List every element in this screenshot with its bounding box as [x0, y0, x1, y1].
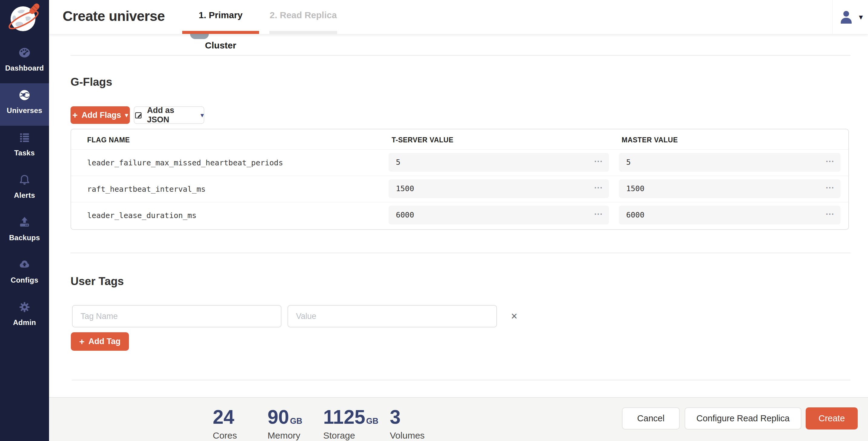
stat-unit: GB [290, 417, 302, 426]
globe-icon [18, 88, 31, 102]
edit-icon [134, 111, 143, 120]
page-title: Create universe [63, 0, 165, 34]
tab-read-replica[interactable]: 2. Read Replica [269, 0, 337, 34]
gflags-table: FLAG NAME T-SERVER VALUE MASTER VALUE le… [70, 129, 849, 230]
master-value-field[interactable]: 6000 ... [619, 206, 840, 225]
tserver-value: 1500 [396, 184, 414, 193]
more-options-icon[interactable]: ... [826, 155, 834, 164]
stat-value: 3 [390, 408, 401, 426]
more-options-icon[interactable]: ... [826, 207, 834, 217]
section-divider [70, 253, 850, 253]
chevron-down-icon: ▾ [859, 13, 863, 21]
tserver-value: 5 [396, 158, 400, 167]
sidebar-item-backups[interactable]: Backups [0, 210, 49, 253]
chevron-down-icon: ▾ [125, 112, 128, 118]
row-divider [71, 202, 848, 202]
stat-unit: GB [366, 417, 379, 426]
user-menu[interactable]: ▾ [838, 8, 865, 26]
sidebar-item-tasks[interactable]: Tasks [0, 126, 49, 168]
sidebar-item-label: Tasks [0, 149, 49, 157]
tag-value-input[interactable] [287, 305, 497, 327]
sidebar-item-label: Configs [0, 276, 49, 285]
create-button[interactable]: Create [806, 407, 858, 430]
stat-storage: 1125GB Storage [323, 408, 378, 441]
sidebar-item-dashboard[interactable]: Dashboard [0, 41, 49, 83]
flag-name: raft_heartbeat_interval_ms [87, 185, 206, 194]
task-list-icon [18, 130, 31, 145]
sidebar-item-label: Dashboard [0, 64, 49, 72]
stat-label: Volumes [390, 431, 425, 441]
section-divider [72, 380, 850, 380]
row-divider [71, 149, 848, 150]
stat-value: 90 [268, 408, 289, 426]
tab-label: 1. Primary Cluster [198, 10, 242, 50]
sidebar-item-universes[interactable]: Universes [0, 83, 49, 126]
sidebar-nav: Dashboard Universes [0, 41, 49, 338]
configure-read-replica-button[interactable]: Configure Read Replica [685, 407, 801, 430]
sidebar-item-alerts[interactable]: Alerts [0, 168, 49, 210]
plus-icon: + [72, 111, 78, 120]
more-options-icon[interactable]: ... [594, 207, 603, 217]
footer-bar: 24 Cores 90GB Memory 1125GB Storage 3 Vo… [49, 397, 868, 441]
stat-value: 1125 [323, 408, 365, 426]
upload-tray-icon [18, 215, 31, 229]
stat-label: Storage [323, 431, 378, 441]
flag-name: leader_lease_duration_ms [87, 211, 196, 220]
stat-cores: 24 Cores [213, 408, 237, 441]
header: Create universe 1. Primary Cluster 2. Re… [49, 0, 868, 34]
add-as-json-button[interactable]: Add as JSON ▾ [134, 106, 204, 124]
plus-icon: + [79, 337, 85, 346]
flag-name: leader_failure_max_missed_heartbeat_peri… [87, 158, 283, 167]
create-universe-page: Dashboard Universes [0, 0, 868, 441]
sidebar-item-label: Backups [0, 234, 49, 242]
header-divider [832, 0, 833, 34]
cancel-button[interactable]: Cancel [622, 407, 680, 430]
sidebar-item-configs[interactable]: Configs [0, 253, 49, 295]
column-header-tserver-value: T-SERVER VALUE [392, 136, 453, 144]
tag-name-input[interactable] [72, 305, 281, 327]
add-tag-label: Add Tag [88, 337, 120, 346]
inactive-tab-underline [269, 31, 337, 34]
sidebar-item-label: Universes [0, 106, 49, 115]
more-options-icon[interactable]: ... [826, 181, 834, 190]
cloud-upload-icon [18, 258, 31, 272]
add-flags-button[interactable]: + Add Flags ▾ [70, 106, 130, 124]
yugabyte-logo[interactable] [4, 1, 45, 34]
tserver-value-field[interactable]: 1500 ... [389, 179, 609, 198]
sidebar-item-label: Admin [0, 318, 49, 327]
add-as-json-label: Add as JSON [147, 106, 197, 124]
active-tab-underline [182, 31, 259, 34]
master-value-field[interactable]: 5 ... [619, 153, 840, 172]
stat-label: Memory [268, 431, 302, 441]
master-value-field[interactable]: 1500 ... [619, 179, 840, 198]
tserver-value-field[interactable]: 5 ... [389, 153, 609, 172]
dashboard-gauge-icon [18, 46, 31, 60]
more-options-icon[interactable]: ... [594, 181, 603, 190]
tab-primary-cluster[interactable]: 1. Primary Cluster [182, 0, 259, 34]
master-value: 1500 [626, 184, 644, 193]
chevron-down-icon: ▾ [200, 112, 204, 118]
stat-label: Cores [213, 431, 237, 441]
gear-icon [18, 300, 31, 314]
more-options-icon[interactable]: ... [594, 155, 603, 164]
stat-memory: 90GB Memory [268, 408, 302, 441]
master-value: 5 [626, 158, 631, 167]
master-value: 6000 [626, 210, 644, 219]
column-header-master-value: MASTER VALUE [622, 136, 678, 144]
add-tag-button[interactable]: + Add Tag [71, 332, 129, 351]
sidebar-item-admin[interactable]: Admin [0, 295, 49, 338]
tserver-value-field[interactable]: 6000 ... [389, 206, 609, 225]
user-icon [838, 9, 854, 25]
section-divider [70, 55, 850, 56]
gflags-heading: G-Flags [70, 76, 112, 88]
tab-label: 2. Read Replica [270, 10, 337, 20]
user-tags-heading: User Tags [70, 275, 124, 288]
sidebar: Dashboard Universes [0, 0, 49, 441]
row-divider [71, 176, 848, 176]
remove-tag-icon[interactable]: × [507, 309, 522, 323]
column-header-flag-name: FLAG NAME [87, 136, 130, 144]
bell-icon [18, 173, 31, 187]
tserver-value: 6000 [396, 210, 414, 219]
stat-value: 24 [213, 408, 234, 426]
sidebar-item-label: Alerts [0, 191, 49, 200]
